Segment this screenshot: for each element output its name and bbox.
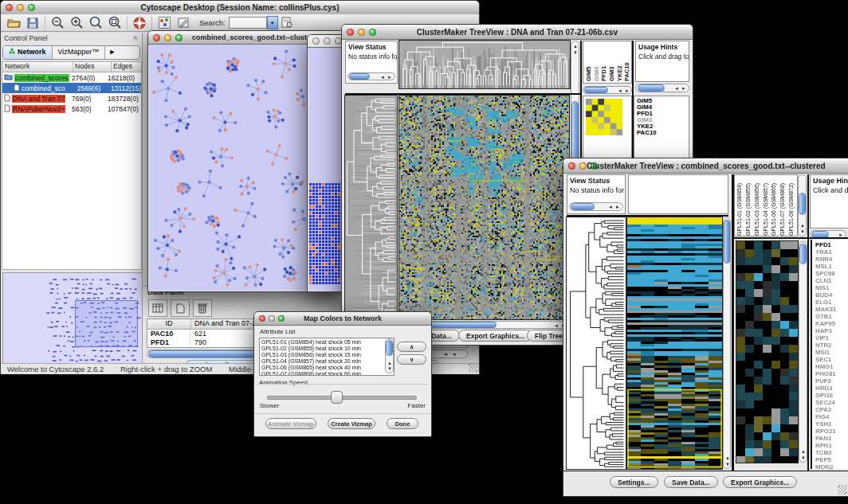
- search-input[interactable]: [229, 17, 267, 29]
- tab-[interactable]: ►: [105, 46, 121, 59]
- scroll-right-icon[interactable]: ►: [625, 88, 630, 93]
- scroll-left-icon[interactable]: ◄: [674, 86, 679, 91]
- move-down-button[interactable]: ∨: [397, 354, 426, 365]
- column-label[interactable]: YKE2: [616, 41, 624, 81]
- button-settings[interactable]: Settings...: [610, 476, 658, 488]
- zoom-out-icon[interactable]: [48, 15, 67, 31]
- gene-label[interactable]: FIG4: [815, 413, 848, 420]
- dialog-titlebar[interactable]: Map Colors to Network: [254, 312, 431, 326]
- gene-label[interactable]: MON2: [815, 463, 848, 469]
- main-titlebar[interactable]: Cytoscape Desktop (Session Name: collins…: [1, 1, 479, 15]
- scroll-up-icon[interactable]: ▲: [725, 455, 730, 460]
- scroll-left-icon[interactable]: ◄: [554, 323, 559, 328]
- gene-label[interactable]: MSL1: [815, 263, 848, 270]
- scroll-down-icon[interactable]: ▼: [387, 366, 392, 371]
- tab-network[interactable]: Network: [3, 46, 53, 59]
- minimize-button[interactable]: [164, 34, 171, 41]
- button-export-graphics[interactable]: Export Graphics...: [458, 330, 532, 342]
- gene-label[interactable]: SEC24: [815, 399, 848, 406]
- view-status-scrollbar[interactable]: ◄ ►: [347, 72, 395, 80]
- tab-vizmapper[interactable]: VizMapper™: [53, 46, 106, 59]
- gene-label[interactable]: YSH1: [815, 420, 848, 428]
- gene-label[interactable]: RPO21: [815, 428, 848, 435]
- net2-titlebar[interactable]: [308, 35, 344, 48]
- column-label[interactable]: GPL51-06 (GSM865): [771, 175, 779, 236]
- gene-label[interactable]: NIS1: [815, 284, 848, 291]
- attribute-list-item[interactable]: GPL51-06 (GSM865) heat shock 40 min: [261, 365, 394, 371]
- scroll-down-icon[interactable]: ▼: [725, 462, 730, 467]
- zoom-button[interactable]: [591, 162, 598, 170]
- attribute-list-item[interactable]: GPL51-04 (GSM857) heat shock 20 min: [261, 358, 394, 365]
- minimize-button[interactable]: [269, 315, 275, 322]
- column-label[interactable]: GIM5: [585, 41, 593, 81]
- gene-label[interactable]: CLN1: [815, 277, 848, 284]
- search-dropdown-button[interactable]: ▼: [267, 16, 278, 29]
- scroll-right-icon[interactable]: ►: [615, 205, 620, 209]
- button-create-vizmap[interactable]: Create Vizmap: [328, 418, 375, 429]
- scroll-down-icon[interactable]: ▼: [801, 455, 806, 460]
- col-header-network[interactable]: Network: [2, 62, 73, 72]
- scroll-down-icon[interactable]: ▼: [800, 229, 805, 234]
- scrollbar-thumb[interactable]: [386, 340, 393, 356]
- tv2-collabel-vscroll[interactable]: ▲ ▼: [798, 174, 807, 236]
- close-button[interactable]: [259, 315, 265, 322]
- zoom-button[interactable]: [278, 315, 285, 322]
- tv1-summary-heatmap[interactable]: [586, 99, 622, 135]
- gene-label[interactable]: TCB3: [815, 449, 848, 456]
- gene-label[interactable]: RPN1: [815, 442, 848, 449]
- zoom-in-icon[interactable]: [67, 15, 86, 31]
- zoom-button[interactable]: [175, 34, 183, 41]
- gene-label[interactable]: GTB1: [815, 313, 848, 320]
- gene-label[interactable]: VIP1: [815, 334, 848, 342]
- tv1-usage-hscroll[interactable]: ◄ ►: [635, 84, 689, 92]
- scroll-up-icon[interactable]: ▲: [800, 223, 805, 228]
- scroll-right-icon[interactable]: ►: [453, 352, 457, 357]
- save-icon[interactable]: [23, 15, 42, 31]
- new-attribute-icon[interactable]: [171, 299, 190, 317]
- gene-label[interactable]: MAK31: [815, 306, 848, 313]
- close-button[interactable]: [6, 4, 13, 11]
- scroll-up-icon[interactable]: ▲: [801, 449, 806, 454]
- gene-label[interactable]: YRA1: [815, 248, 848, 256]
- gene-label[interactable]: PFD1: [815, 241, 848, 248]
- column-label[interactable]: GIM3: [608, 41, 616, 81]
- tv1-titlebar[interactable]: ClusterMaker TreeView : DNA and Tran 07-…: [342, 25, 693, 40]
- tv1-row-dendrogram[interactable]: [345, 96, 397, 319]
- button-animate-vizmap[interactable]: Animate Vizmap: [265, 418, 316, 429]
- vizmapper-nodes-icon[interactable]: [155, 15, 174, 31]
- column-label[interactable]: PFD1: [600, 41, 608, 81]
- column-label[interactable]: PAC10: [623, 41, 631, 81]
- tv2-heat-vscroll[interactable]: ▲ ▼: [723, 217, 731, 469]
- tv1-heatmap-canvas[interactable]: [399, 96, 569, 319]
- gene-label[interactable]: MSI1: [815, 349, 848, 356]
- scroll-up-icon[interactable]: ▲: [573, 44, 578, 49]
- column-label[interactable]: GPL51-08 (GSM872): [788, 175, 797, 236]
- attribute-list-item[interactable]: GPL51-07 (GSM868) heat shock 60 min: [261, 371, 394, 376]
- close-button[interactable]: [568, 162, 575, 170]
- gene-label[interactable]: ELG1: [815, 299, 848, 306]
- tv2-zoom-vscroll[interactable]: ▲ ▼: [799, 241, 807, 463]
- close-button[interactable]: [347, 29, 354, 36]
- gene-label[interactable]: HRD3: [815, 385, 848, 392]
- gene-label[interactable]: PUF3: [815, 377, 848, 385]
- birdseye-view-canvas[interactable]: [2, 272, 143, 365]
- close-button[interactable]: [312, 37, 320, 45]
- zoom-button[interactable]: [369, 29, 376, 36]
- search-config-icon[interactable]: [278, 15, 297, 31]
- gene-label[interactable]: BUD4: [815, 291, 848, 299]
- gene-label[interactable]: PHO81: [815, 370, 848, 377]
- col-header-edges[interactable]: Edges: [112, 62, 141, 72]
- column-label[interactable]: GPL51-04 (GSM857): [763, 175, 771, 236]
- column-label[interactable]: GIM4: [593, 41, 601, 81]
- attribute-select-icon[interactable]: [148, 299, 167, 317]
- resize-grip[interactable]: [469, 363, 478, 373]
- scroll-right-icon[interactable]: ►: [681, 86, 686, 91]
- open-file-icon[interactable]: [4, 15, 23, 31]
- gene-label[interactable]: NTR2: [815, 342, 848, 349]
- scrollbar-thumb[interactable]: [799, 244, 807, 264]
- attribute-list-item[interactable]: GPL51-02 (GSM855) heat shock 10 min: [261, 346, 394, 352]
- delete-attribute-icon[interactable]: [193, 299, 212, 317]
- dp-col-id[interactable]: ID: [147, 319, 191, 329]
- scroll-left-icon[interactable]: ◄: [380, 75, 385, 80]
- close-button[interactable]: [153, 34, 160, 41]
